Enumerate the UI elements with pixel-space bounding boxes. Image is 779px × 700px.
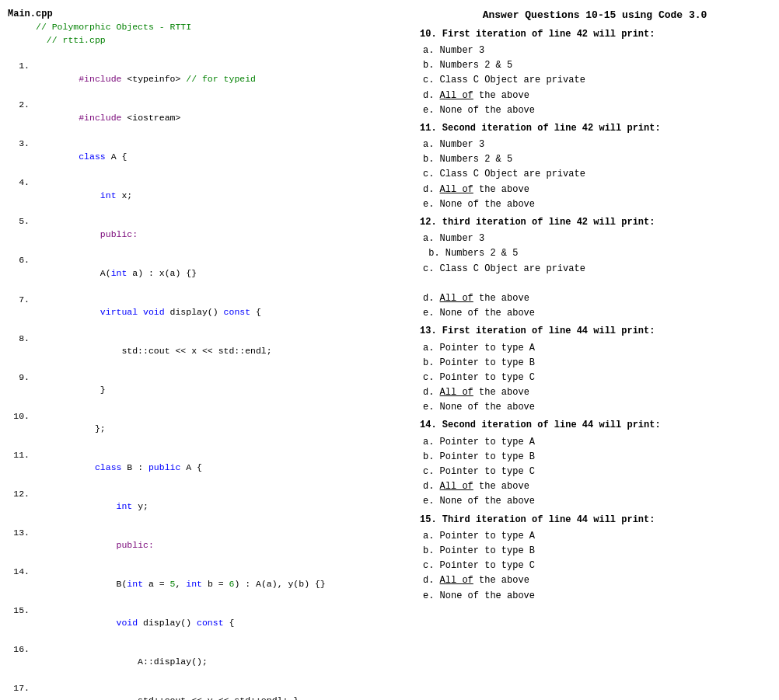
q15-a: a. Pointer to type A	[423, 529, 770, 544]
code-line: 16. A::display();	[8, 643, 404, 682]
code-line: 8. std::cout << x << std::endl;	[8, 333, 404, 371]
q14-c: c. Pointer to type C	[423, 465, 770, 479]
code-line: 15. void display() const {	[8, 604, 404, 643]
code-line: 3. class A {	[8, 138, 404, 176]
q11-a: a. Number 3	[423, 138, 770, 152]
q14-a: a. Pointer to type A	[423, 435, 770, 450]
q11-d: d. All of the above	[423, 183, 770, 197]
q14-e: e. None of the above	[423, 494, 770, 509]
q10-e: e. None of the above	[423, 103, 770, 118]
question-12: 12. third iteration of line 42 will prin…	[420, 215, 770, 321]
q10-b: b. Numbers 2 & 5	[423, 58, 770, 73]
q13-e: e. None of the above	[423, 400, 770, 415]
file-title: Main.cpp	[8, 8, 404, 21]
q13-d: d. All of the above	[423, 385, 770, 400]
main-title: Answer Questions 10-15 using Code 3.0	[420, 8, 770, 24]
q10-c: c. Class C Object are private	[423, 73, 770, 88]
q11-header: 11. Second iteration of line 42 will pri…	[420, 121, 770, 136]
question-11: 11. Second iteration of line 42 will pri…	[420, 121, 770, 212]
q12-c: c. Class C Object are private	[423, 262, 770, 277]
question-13: 13. First iteration of line 44 will prin…	[420, 324, 770, 415]
q12-header: 12. third iteration of line 42 will prin…	[420, 215, 770, 230]
q10-a: a. Number 3	[423, 44, 770, 58]
q11-e: e. None of the above	[423, 197, 770, 212]
q14-header: 14. Second iteration of line 44 will pri…	[420, 418, 770, 433]
code-line: 4. int x;	[8, 176, 404, 215]
code-line: 5. public:	[8, 215, 404, 254]
q13-b: b. Pointer to type B	[423, 356, 770, 371]
code-line: 13. public:	[8, 527, 404, 566]
code-line: 1. #include <typeinfo> // for typeid	[8, 60, 404, 99]
q15-b: b. Pointer to type B	[423, 544, 770, 559]
q15-header: 15. Third iteration of line 44 will prin…	[420, 513, 770, 528]
code-line: 10. };	[8, 410, 404, 449]
q12-e: e. None of the above	[423, 306, 770, 321]
q13-c: c. Pointer to type C	[423, 371, 770, 385]
code-line: // Polymorphic Objects - RTTI	[8, 21, 404, 34]
question-15: 15. Third iteration of line 44 will prin…	[420, 513, 770, 604]
q12-a: a. Number 3	[423, 232, 770, 246]
code-line: 7. virtual void display() const {	[8, 294, 404, 333]
code-line: 14. B(int a = 5, int b = 6) : A(a), y(b)…	[8, 566, 404, 604]
q11-c: c. Class C Object are private	[423, 167, 770, 182]
code-line: 2. #include <iostream>	[8, 99, 404, 138]
q12-blank	[423, 277, 770, 291]
code-line: 11. class B : public A {	[8, 449, 404, 488]
question-10: 10. First iteration of line 42 will prin…	[420, 27, 770, 118]
q10-header: 10. First iteration of line 42 will prin…	[420, 27, 770, 42]
code-line: 12. int y;	[8, 488, 404, 527]
q15-d: d. All of the above	[423, 573, 770, 588]
q14-d: d. All of the above	[423, 479, 770, 494]
code-line: 9. }	[8, 371, 404, 410]
questions-panel: Answer Questions 10-15 using Code 3.0 10…	[412, 8, 770, 700]
q11-b: b. Numbers 2 & 5	[423, 152, 770, 167]
q10-d: d. All of the above	[423, 89, 770, 103]
q13-header: 13. First iteration of line 44 will prin…	[420, 324, 770, 339]
code-panel: Main.cpp // Polymorphic Objects - RTTI /…	[8, 8, 412, 700]
q14-b: b. Pointer to type B	[423, 450, 770, 465]
q12-b: b. Numbers 2 & 5	[423, 246, 770, 261]
code-line: 6. A(int a) : x(a) {}	[8, 254, 404, 293]
code-line: 17. std::cout << y << std::endl; }	[8, 682, 404, 700]
q15-c: c. Pointer to type C	[423, 559, 770, 573]
question-14: 14. Second iteration of line 44 will pri…	[420, 418, 770, 509]
code-line: // rtti.cpp	[8, 34, 404, 47]
code-line	[8, 47, 404, 61]
q13-a: a. Pointer to type A	[423, 341, 770, 356]
q12-d: d. All of the above	[423, 291, 770, 306]
q15-e: e. None of the above	[423, 589, 770, 604]
